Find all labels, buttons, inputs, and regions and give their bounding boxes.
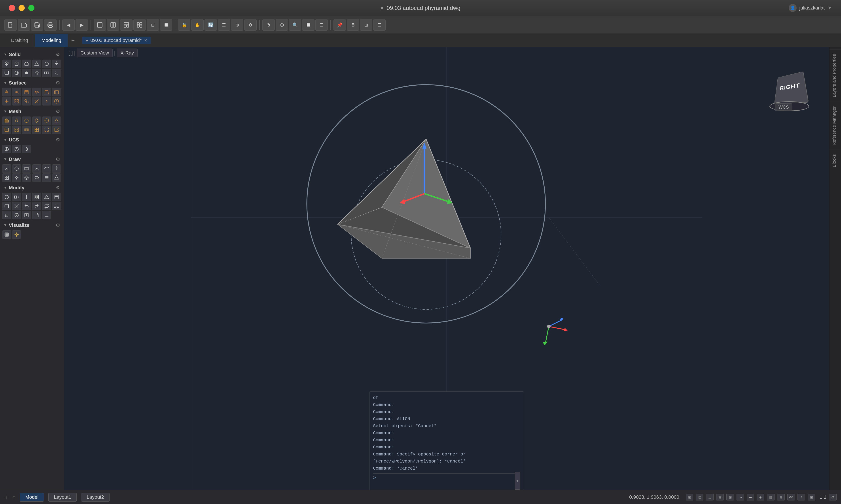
tab-modeling[interactable]: Modeling [35, 34, 68, 47]
final-btn-1[interactable]: 📌 [333, 19, 346, 31]
modify-tool-6[interactable] [52, 193, 61, 201]
modify-tool-4[interactable] [32, 193, 41, 201]
status-tab-layout2[interactable]: Layout2 [81, 493, 109, 502]
status-otrack-icon[interactable]: ⋯ [737, 494, 744, 501]
status-ws-icon[interactable]: ⊞ [808, 494, 815, 501]
solid-cylinder-tool[interactable] [12, 59, 21, 68]
viewport-menu-icon[interactable]: [-] [68, 50, 73, 56]
viewcube-box[interactable]: RIGHT [774, 71, 809, 104]
tool-btn-1[interactable]: 🔒 [178, 19, 190, 31]
modify-tool-2[interactable] [12, 193, 21, 201]
section-solid-header[interactable]: ▼ Solid ⚙ [0, 50, 64, 59]
modify-tool-1[interactable] [2, 193, 11, 201]
mesh-tool-1[interactable] [2, 116, 11, 125]
surface-tool-9[interactable] [22, 97, 31, 106]
modify-tool-8[interactable] [12, 202, 21, 210]
viewcube[interactable]: RIGHT WCS [767, 67, 811, 111]
user-menu[interactable]: 👤 juliaszkarlat ▼ [789, 4, 832, 12]
ucs-tool-1[interactable] [2, 145, 11, 154]
modify-tool-11[interactable] [42, 202, 51, 210]
section-visualize-header[interactable]: ▼ Visualize ⚙ [0, 220, 64, 230]
viewport-custom-view[interactable]: Custom View [77, 49, 112, 57]
status-tab-layout1[interactable]: Layout1 [48, 493, 77, 502]
status-sync-icon[interactable]: ↕ [798, 494, 805, 501]
extra-btn-4[interactable]: 🔲 [302, 19, 315, 31]
open-button[interactable] [18, 19, 30, 31]
tool-btn-5[interactable]: ⊕ [231, 19, 243, 31]
final-btn-4[interactable]: ☰ [373, 19, 386, 31]
solid-tool-9[interactable]: ⬟ [22, 69, 31, 77]
right-tab-reference[interactable]: Reference Manager [829, 102, 841, 150]
cmd-scroll-button[interactable]: ▾ [515, 472, 520, 490]
solid-settings-icon[interactable]: ⚙ [56, 52, 60, 57]
section-surface-header[interactable]: ▼ Surface ⚙ [0, 78, 64, 87]
mesh-tool-2[interactable] [12, 116, 21, 125]
solid-tool-6[interactable] [52, 59, 61, 68]
tool-btn-2[interactable]: ✋ [191, 19, 204, 31]
surface-tool-10[interactable] [32, 97, 41, 106]
status-snap2-icon[interactable]: ⊞ [726, 494, 734, 501]
surface-tool-1[interactable] [2, 88, 11, 96]
maximize-button[interactable] [28, 5, 34, 11]
status-settings-icon[interactable]: ⚙ [829, 494, 837, 501]
final-btn-2[interactable]: 🖥 [347, 19, 359, 31]
mesh-tool-11[interactable] [42, 126, 51, 134]
extra-btn-1[interactable]: 🖱 [262, 19, 275, 31]
status-snap-icon[interactable]: ⊡ [696, 494, 703, 501]
status-gizmo-icon[interactable]: ⊕ [777, 494, 785, 501]
surface-tool-4[interactable] [32, 88, 41, 96]
draw-circle-tool[interactable] [12, 164, 21, 173]
viewport-btn-4[interactable] [134, 19, 146, 31]
add-tab-button[interactable]: + [4, 493, 8, 501]
mesh-tool-3[interactable] [22, 116, 31, 125]
draw-tool-7[interactable] [2, 174, 11, 182]
command-input[interactable] [378, 475, 515, 481]
ucs-tool-2[interactable] [12, 145, 21, 154]
section-draw-header[interactable]: ▼ Draw ⚙ [0, 154, 64, 163]
draw-line-tool[interactable] [2, 164, 11, 173]
tab-close-icon[interactable]: ✕ [144, 38, 147, 43]
surface-tool-2[interactable] [12, 88, 21, 96]
ucs-tool-3[interactable]: 3 [22, 145, 31, 154]
new-button[interactable] [4, 19, 17, 31]
solid-tool-12[interactable] [52, 69, 61, 77]
status-sel-icon[interactable]: ▦ [767, 494, 774, 501]
tool-btn-6[interactable]: ⚙ [244, 19, 257, 31]
print-button[interactable] [44, 19, 56, 31]
final-btn-3[interactable]: ⊞ [360, 19, 372, 31]
close-button[interactable] [9, 5, 15, 11]
surface-tool-11[interactable] [42, 97, 51, 106]
mesh-tool-5[interactable] [42, 116, 51, 125]
draw-settings-icon[interactable]: ⚙ [56, 157, 60, 162]
mesh-tool-10[interactable] [32, 126, 41, 134]
status-ortho-icon[interactable]: ⊥ [706, 494, 714, 501]
mesh-tool-9[interactable] [22, 126, 31, 134]
solid-tool-8[interactable] [12, 69, 21, 77]
extra-btn-2[interactable]: ⬡ [276, 19, 288, 31]
draw-tool-12[interactable] [52, 174, 61, 182]
redo-button[interactable]: ▶ [75, 19, 88, 31]
surface-tool-12[interactable] [52, 97, 61, 106]
draw-tool-9[interactable] [22, 174, 31, 182]
mesh-tool-12[interactable] [52, 126, 61, 134]
visualize-light-tool[interactable] [12, 230, 21, 239]
modify-redo-tool[interactable] [32, 202, 41, 210]
surface-tool-7[interactable] [2, 97, 11, 106]
mesh-tool-6[interactable] [52, 116, 61, 125]
modify-tool-15[interactable] [22, 211, 31, 219]
solid-tool-4[interactable] [32, 59, 41, 68]
modify-tool-12[interactable] [52, 202, 61, 210]
right-tab-layers[interactable]: Layers and Properties [829, 50, 841, 102]
viewport-btn-6[interactable]: 🔲 [160, 19, 172, 31]
tab-add-button[interactable]: + [68, 36, 78, 45]
solid-box-tool[interactable] [2, 59, 11, 68]
viewport-btn-3[interactable] [120, 19, 133, 31]
mesh-tool-8[interactable] [12, 126, 21, 134]
viewport-btn-1[interactable] [94, 19, 106, 31]
viewport[interactable]: [-] | Custom View | X-Ray [64, 47, 829, 490]
solid-tool-10[interactable] [32, 69, 41, 77]
modify-tool-5[interactable] [42, 193, 51, 201]
status-grid-icon[interactable]: ⊞ [686, 494, 693, 501]
viewport-btn-2[interactable] [107, 19, 119, 31]
status-trans-icon[interactable]: ◈ [757, 494, 764, 501]
